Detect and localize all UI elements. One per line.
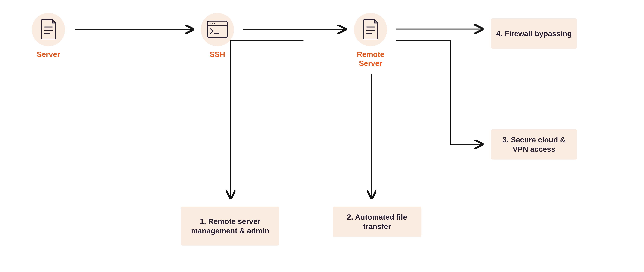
terminal-icon — [207, 21, 228, 39]
server-node — [32, 13, 65, 46]
remote-server-node — [354, 13, 387, 46]
arrow-remote-to-mgmt — [231, 41, 304, 198]
usecase-1-text: 1. Remote server management & admin — [185, 217, 275, 235]
ssh-label: SSH — [201, 50, 234, 59]
server-icon — [40, 19, 57, 40]
server-label: Server — [32, 50, 65, 59]
usecase-2-text: 2. Automated file transfer — [337, 212, 417, 231]
arrow-remote-to-cloud — [396, 41, 482, 144]
usecase-2-box: 2. Automated file transfer — [333, 207, 421, 237]
diagram-canvas: Server SSH Remote Se — [0, 0, 644, 272]
usecase-3-box: 3. Secure cloud & VPN access — [491, 129, 577, 160]
ssh-node — [201, 13, 234, 46]
usecase-4-box: 4. Firewall bypassing — [491, 19, 577, 49]
usecase-1-box: 1. Remote server management & admin — [181, 207, 279, 245]
svg-point-5 — [210, 23, 210, 24]
svg-point-6 — [212, 23, 213, 24]
usecase-3-text: 3. Secure cloud & VPN access — [495, 135, 573, 154]
remote-server-icon — [362, 19, 379, 40]
remote-server-label: Remote Server — [347, 50, 394, 68]
svg-point-7 — [214, 23, 215, 24]
usecase-4-text: 4. Firewall bypassing — [496, 29, 572, 38]
